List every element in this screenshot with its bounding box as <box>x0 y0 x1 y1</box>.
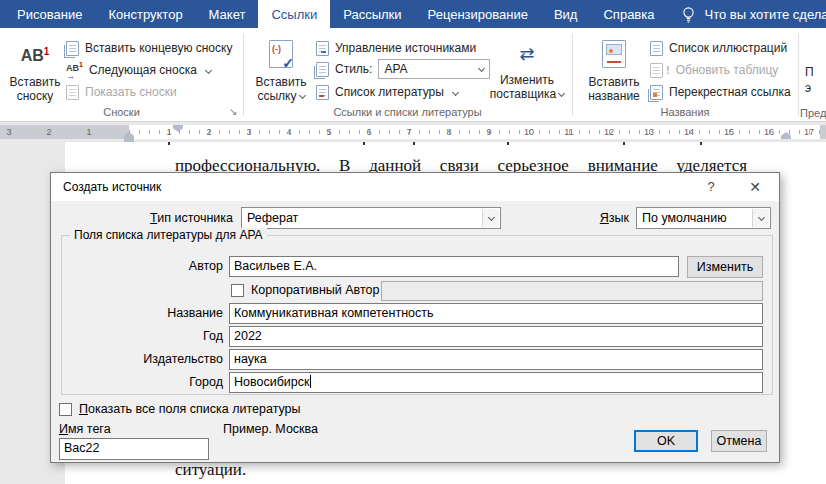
ribbon-tab-Макет[interactable]: Макет <box>196 0 259 28</box>
insert-caption-button[interactable]: Вставить название <box>583 36 645 103</box>
show-all-fields-label: Показать все поля списка литературы <box>79 402 301 416</box>
dialog-title: Создать источник <box>63 180 161 194</box>
ribbon-tab-bar: РисованиеКонструкторМакетСсылкиРассылкиР… <box>0 0 826 28</box>
ribbon-tab-Вид[interactable]: Вид <box>541 0 591 28</box>
footnotes-dialog-launcher-icon[interactable]: ↘ <box>229 107 237 117</box>
style-value: APA <box>384 62 407 76</box>
language-combobox[interactable]: По умолчанию <box>636 207 771 229</box>
change-provider-icon: ⇄ <box>519 38 534 70</box>
year-field-label: Год <box>51 329 223 343</box>
ribbon-tab-Конструктор[interactable]: Конструктор <box>95 0 195 28</box>
ruler-number: 8 <box>446 126 451 138</box>
ruler-number: 13 <box>644 126 654 138</box>
ruler-number: 3 <box>6 126 11 138</box>
update-table-button: ! Обновить таблицу <box>650 60 778 80</box>
ruler-number: 12 <box>604 126 614 138</box>
captions-group-label: Названия <box>572 106 798 118</box>
title-field-label: Название <box>51 306 223 320</box>
author-label: Автор <box>51 259 223 273</box>
ruler-strip: 3211234567891011121314151617 <box>0 125 826 139</box>
mark-entry-label-fragment: э <box>805 81 811 95</box>
change-provider-button[interactable]: ⇄ Изменить поставщика <box>484 38 570 101</box>
chevron-down-icon <box>558 90 565 97</box>
title-input[interactable]: Коммуникативная компетентность <box>229 303 763 324</box>
ribbon-tab-Рассылки[interactable]: Рассылки <box>330 0 414 28</box>
next-footnote-button[interactable]: AB1→ Следующая сноска <box>66 60 211 80</box>
ribbon: AB1 Вставить сноску Вставить концевую сн… <box>0 28 826 122</box>
dialog-titlebar[interactable]: Создать источник ? ✕ <box>51 173 779 201</box>
language-label: Язык <box>579 211 629 225</box>
corporate-author-label: Корпоративный Автор <box>251 283 379 297</box>
insert-citation-icon: (-)✓ <box>269 36 293 72</box>
document-text-line: ситуации. <box>175 460 246 480</box>
style-label: Стиль: <box>335 62 372 76</box>
corporate-author-checkbox[interactable] <box>231 284 244 297</box>
manage-sources-icon <box>316 41 329 56</box>
bibliography-button[interactable]: Список литературы <box>316 82 458 102</box>
ribbon-tab-Ссылки[interactable]: Ссылки <box>258 0 330 28</box>
ruler-number: 7 <box>406 126 411 138</box>
table-of-figures-button[interactable]: Список иллюстраций <box>650 38 787 58</box>
ribbon-tab-Рецензирование[interactable]: Рецензирование <box>415 0 541 28</box>
cross-reference-button[interactable]: Перекрестная ссылка <box>650 82 791 102</box>
insert-endnote-icon <box>66 41 79 56</box>
city-input[interactable]: Новосибирск <box>229 372 763 393</box>
show-notes-icon <box>66 85 79 100</box>
chevron-down-icon <box>452 88 459 95</box>
bibliography-icon <box>316 85 329 100</box>
footnotes-group-label: Сноски <box>0 106 243 118</box>
insert-footnote-icon: AB1 <box>21 36 50 72</box>
index-group-label-fragment: Пред <box>800 107 826 119</box>
ribbon-tab-Справка[interactable]: Справка <box>590 0 667 28</box>
show-notes-button: Показать сноски <box>66 82 177 102</box>
publisher-input[interactable]: наука <box>229 349 763 370</box>
show-all-fields-checkbox[interactable] <box>59 403 72 416</box>
source-type-label: Тип источника <box>111 211 233 225</box>
ruler-number: 14 <box>684 126 694 138</box>
ok-button[interactable]: OK <box>634 430 698 452</box>
insert-caption-icon <box>602 36 626 72</box>
insert-footnote-label: сноску <box>17 89 54 103</box>
source-type-value: Реферат <box>247 211 298 225</box>
language-value: По умолчанию <box>642 211 727 225</box>
next-footnote-icon: AB1→ <box>66 61 83 80</box>
cancel-button[interactable]: Отмена <box>711 430 767 452</box>
ruler-number: 15 <box>724 126 734 138</box>
ruler-number: 1 <box>166 126 171 138</box>
index-group-partial: П э Пред <box>799 28 826 122</box>
corporate-author-input <box>381 281 763 301</box>
style-row: Стиль: APA <box>316 59 490 79</box>
tag-name-input[interactable]: Вас22 <box>59 438 209 460</box>
text-cursor <box>310 375 311 388</box>
source-type-combobox[interactable]: Реферат <box>241 207 501 229</box>
tell-me-box[interactable]: Что вы хотите сделать? <box>681 0 826 28</box>
ribbon-tab-Рисование[interactable]: Рисование <box>4 0 95 28</box>
ruler-number: 1 <box>86 126 91 138</box>
insert-footnote-button[interactable]: AB1 Вставить сноску <box>6 36 64 103</box>
citations-group-label: Ссылки и списки литературы <box>243 106 572 118</box>
city-field-label: Город <box>51 375 223 389</box>
ruler-number: 6 <box>366 126 371 138</box>
year-input[interactable]: 2022 <box>229 326 763 347</box>
insert-citation-button[interactable]: (-)✓ Вставить ссылку <box>250 36 312 103</box>
table-of-figures-icon <box>650 41 663 56</box>
ruler-active-area <box>129 125 820 139</box>
ruler: 3211234567891011121314151617 <box>0 122 826 142</box>
mark-entry-label-fragment: П <box>805 65 814 79</box>
ruler-number: 4 <box>286 126 291 138</box>
manage-sources-button[interactable]: Управление источниками <box>316 38 476 58</box>
dropdown-arrow-icon <box>482 209 499 227</box>
tag-example-label: Пример. Москва <box>223 422 318 436</box>
insert-endnote-button[interactable]: Вставить концевую сноску <box>66 38 232 58</box>
lightbulb-icon <box>681 6 696 23</box>
dialog-close-button[interactable]: ✕ <box>737 173 773 200</box>
dialog-help-button[interactable]: ? <box>693 173 729 200</box>
author-input[interactable]: Васильев Е.А. <box>229 256 679 277</box>
insert-footnote-label: Вставить <box>10 75 61 89</box>
ruler-number: 17 <box>804 126 814 138</box>
ruler-number: 3 <box>246 126 251 138</box>
style-icon <box>316 62 329 77</box>
style-combobox[interactable]: APA <box>378 59 490 79</box>
ruler-number: 16 <box>764 126 774 138</box>
edit-author-button[interactable]: Изменить <box>687 256 763 278</box>
